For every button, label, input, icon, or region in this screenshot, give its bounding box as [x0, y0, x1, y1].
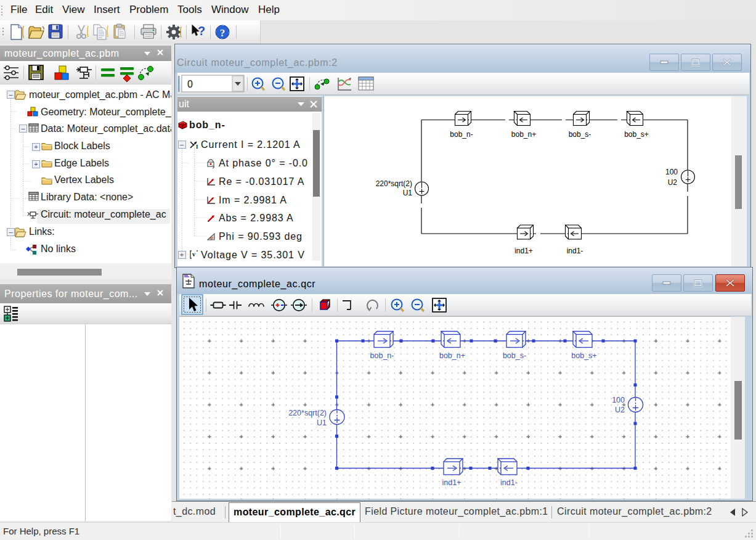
- svg-text:?: ?: [220, 27, 226, 39]
- svg-text:ind1+: ind1+: [514, 247, 533, 255]
- svg-text:U2: U2: [668, 178, 678, 187]
- svg-text:bob_s-: bob_s-: [569, 130, 591, 139]
- svg-text:ind1-: ind1-: [567, 247, 583, 255]
- svg-text:bob_s+: bob_s+: [624, 130, 649, 139]
- svg-text:U1: U1: [403, 189, 413, 197]
- svg-text:220*sqrt(2): 220*sqrt(2): [288, 409, 327, 417]
- svg-text:bob_n+: bob_n+: [511, 130, 536, 139]
- svg-text:0: 0: [187, 79, 193, 89]
- svg-text:100: 100: [665, 168, 678, 176]
- svg-text:220*sqrt(2): 220*sqrt(2): [376, 179, 412, 188]
- svg-text:bob_n-: bob_n-: [450, 130, 473, 139]
- svg-text:ind1-: ind1-: [500, 478, 518, 487]
- svg-text:?: ?: [198, 24, 205, 38]
- svg-text:bob_n-: bob_n-: [370, 351, 394, 360]
- svg-text:100: 100: [612, 396, 625, 404]
- svg-text:bob_n+: bob_n+: [439, 351, 465, 360]
- svg-text:U1: U1: [317, 419, 327, 427]
- svg-text:U2: U2: [615, 406, 625, 414]
- svg-text:ind1+: ind1+: [442, 478, 461, 487]
- svg-text:bob_s-: bob_s-: [503, 351, 526, 360]
- svg-text:bob_s+: bob_s+: [571, 351, 596, 360]
